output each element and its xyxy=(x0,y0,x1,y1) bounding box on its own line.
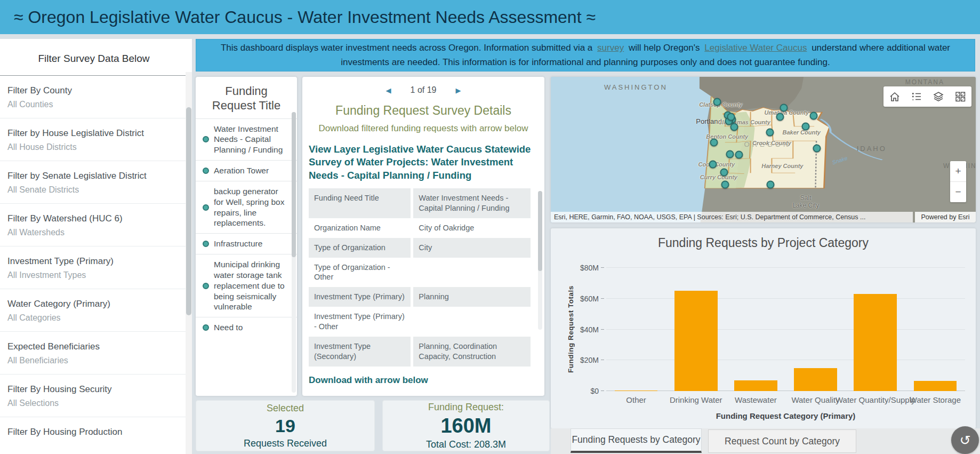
legislative-water-caucus-link[interactable]: Legislative Water Caucus xyxy=(704,43,807,53)
project-location-marker[interactable] xyxy=(766,129,774,137)
map-attribution: Esri, HERE, Garmin, FAO, NOAA, USGS, EPA… xyxy=(551,212,913,222)
filter-label: Water Category (Primary) xyxy=(7,299,179,309)
filter-filter-by-senate-legislative-district[interactable]: Filter by Senate Legislative DistrictAll… xyxy=(0,161,192,203)
filter-label: Filter By Housing Production xyxy=(7,427,179,437)
filter-filter-by-county[interactable]: Filter By CountyAll Counties xyxy=(0,76,192,118)
view-layer-link[interactable]: View Layer Legislative Water Caucus Stat… xyxy=(309,143,534,182)
request-marker-icon xyxy=(203,324,209,331)
project-location-marker[interactable] xyxy=(713,98,721,106)
funding-request-item[interactable]: Need to xyxy=(196,317,297,338)
bar-water-quality[interactable] xyxy=(794,368,837,391)
table-row-label: Type of Organization - Other xyxy=(309,258,411,288)
filter-label: Filter By Housing Security xyxy=(7,384,179,395)
y-tick-label: $60M xyxy=(569,294,599,303)
layers-icon[interactable] xyxy=(931,89,946,104)
map-panel[interactable]: WASHINGTONMONTANAIDAHOWYOMINGOREGONSnake… xyxy=(551,77,976,222)
project-location-marker[interactable] xyxy=(727,113,735,121)
filter-label: Filter By County xyxy=(7,85,179,96)
request-marker-icon xyxy=(203,136,209,142)
project-location-marker[interactable] xyxy=(735,151,743,159)
filter-investment-type-primary[interactable]: Investment Type (Primary)All Investment … xyxy=(0,246,192,289)
project-location-marker[interactable] xyxy=(710,139,718,147)
details-subtitle: Download filtered funding requests with … xyxy=(302,123,544,134)
project-location-marker[interactable] xyxy=(726,150,734,158)
x-category-label: Water Storage xyxy=(910,395,961,404)
zoom-in-button[interactable]: + xyxy=(950,161,966,181)
tab-funding-requests-by-category[interactable]: Funding Requests by Category xyxy=(571,428,702,453)
chart-title: Funding Requests by Project Category xyxy=(551,236,976,250)
filter-filter-by-housing-security[interactable]: Filter By Housing SecurityAll Selections xyxy=(0,374,192,417)
funding-request-item[interactable]: Aeration Tower xyxy=(196,160,297,181)
filter-filter-by-housing-production[interactable]: Filter By Housing Production xyxy=(0,417,192,450)
bar-water-quantity-supply[interactable] xyxy=(854,294,897,391)
pager-prev-icon[interactable]: ◀ xyxy=(386,86,391,94)
table-row-label: Type of Organization xyxy=(309,238,411,258)
filter-selected-value: All Categories xyxy=(7,313,179,323)
y-tick-label: $20M xyxy=(569,356,599,364)
funding-request-list-panel: Funding Request Title Water Investment N… xyxy=(196,77,297,396)
details-table: Funding Need TitleWater Investment Needs… xyxy=(309,188,531,366)
filter-label: Expected Beneficiaries xyxy=(7,341,179,352)
tab-request-count-by-category[interactable]: Request Count by Category xyxy=(708,429,856,453)
y-tick-mark xyxy=(601,329,604,330)
table-row: Investment Type (Secondary)Planning, Coo… xyxy=(309,337,531,367)
gridline xyxy=(606,298,965,299)
map-toolbar xyxy=(883,86,971,107)
project-location-marker[interactable] xyxy=(776,113,784,121)
request-marker-icon xyxy=(203,283,209,289)
survey-details-panel: ◀ 1 of 19 ▶ Funding Request Survey Detai… xyxy=(302,77,544,396)
table-row-label: Funding Need Title xyxy=(309,188,411,218)
survey-link[interactable]: survey xyxy=(597,43,624,53)
filter-expected-beneficiaries[interactable]: Expected BeneficiariesAll Beneficiaries xyxy=(0,331,192,374)
project-location-marker[interactable] xyxy=(721,181,729,189)
refresh-button[interactable]: ↺ xyxy=(951,426,979,454)
request-marker-icon xyxy=(203,241,209,247)
bar-other[interactable] xyxy=(615,391,658,391)
table-row-value: Water Investment Needs - Capital Plannin… xyxy=(413,188,531,218)
details-table-scrollbar-thumb[interactable] xyxy=(538,191,542,271)
details-title: Funding Request Survey Details xyxy=(302,103,544,118)
selected-sub-label: Requests Received xyxy=(244,438,327,449)
project-location-marker[interactable] xyxy=(813,144,821,152)
funding-total-card: Funding Request: 160M Total Cost: 208.3M xyxy=(382,400,550,451)
filter-list: Filter By CountyAll CountiesFilter by Ho… xyxy=(0,76,192,450)
table-row: Funding Need TitleWater Investment Needs… xyxy=(309,188,531,218)
funding-request-item[interactable]: Municipal drinking water storage tank re… xyxy=(196,254,297,317)
table-row: Type of Organization - Other xyxy=(309,258,531,288)
home-icon[interactable] xyxy=(887,89,902,104)
pager-next-icon[interactable]: ▶ xyxy=(455,86,461,94)
bar-water-storage[interactable] xyxy=(914,381,957,391)
bar-drinking-water[interactable] xyxy=(674,291,718,391)
legend-icon[interactable] xyxy=(909,89,924,104)
x-category-label: Other xyxy=(626,395,646,404)
project-location-marker[interactable] xyxy=(802,122,810,130)
sidebar-scrollbar[interactable] xyxy=(186,72,192,454)
table-row-label: Investment Type (Primary) xyxy=(309,287,411,307)
filter-filter-by-watershed-huc-6[interactable]: Filter By Watershed (HUC 6)All Watershed… xyxy=(0,203,192,246)
funding-request-item[interactable]: backup generator for Well, spring box re… xyxy=(196,181,297,233)
project-location-marker[interactable] xyxy=(720,169,728,177)
project-location-marker[interactable] xyxy=(709,161,717,169)
filter-filter-by-house-legislative-district[interactable]: Filter by House Legislative DistrictAll … xyxy=(0,118,192,161)
filter-sidebar: Filter Survey Data Below Filter By Count… xyxy=(0,39,192,454)
basemap-gallery-icon[interactable] xyxy=(953,89,968,104)
project-location-marker[interactable] xyxy=(780,103,788,111)
bar-wastewater[interactable] xyxy=(734,380,777,391)
x-category-label: Drinking Water xyxy=(670,395,722,404)
table-row-value: City of Oakridge xyxy=(413,218,531,238)
project-location-marker[interactable] xyxy=(810,111,818,120)
download-icon[interactable]: ↓ xyxy=(310,393,318,396)
project-location-marker[interactable] xyxy=(730,123,738,131)
filter-sidebar-title: Filter Survey Data Below xyxy=(0,53,188,76)
project-location-marker[interactable] xyxy=(767,181,775,189)
app-header-title: ≈ Oregon Legislative Water Caucus - Wate… xyxy=(0,0,980,34)
zoom-out-button[interactable]: − xyxy=(950,181,966,202)
funding-request-item[interactable]: Infrastructure xyxy=(196,233,297,254)
funding-list-scrollbar-thumb[interactable] xyxy=(292,112,296,257)
chart-tabs-bar: Funding Requests by CategoryRequest Coun… xyxy=(551,428,980,454)
funding-request-item[interactable]: Water Investment Needs - Capital Plannin… xyxy=(196,118,297,160)
filter-water-category-primary[interactable]: Water Category (Primary)All Categories xyxy=(0,289,192,331)
sidebar-scrollbar-thumb[interactable] xyxy=(186,107,191,315)
info-banner-text: This dashboard displays water investment… xyxy=(210,41,961,69)
selected-count-card: Selected 19 Requests Received xyxy=(196,400,375,451)
